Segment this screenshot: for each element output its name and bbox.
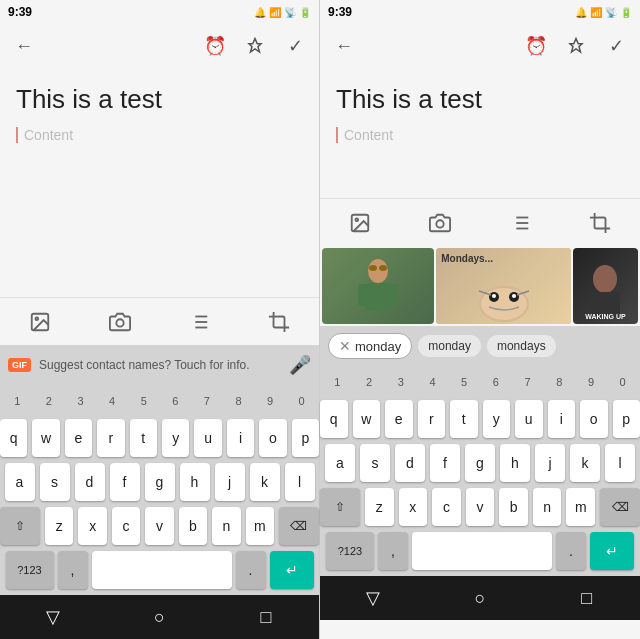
left-key-enter[interactable]: ↵ (270, 551, 314, 589)
right-key-enter[interactable]: ↵ (590, 532, 634, 570)
right-key-y[interactable]: y (483, 400, 511, 438)
left-camera-button[interactable] (102, 304, 138, 340)
left-key-r[interactable]: r (97, 419, 124, 457)
right-crop-button[interactable] (582, 205, 618, 241)
right-key-m[interactable]: m (566, 488, 595, 526)
right-key-a[interactable]: a (325, 444, 355, 482)
left-key-i[interactable]: i (227, 419, 254, 457)
right-key-num[interactable]: ?123 (326, 532, 374, 570)
right-search-x[interactable]: ✕ (339, 338, 351, 354)
left-key-s[interactable]: s (40, 463, 70, 501)
left-pin-button[interactable] (243, 34, 267, 58)
right-back-button[interactable]: ← (332, 34, 356, 58)
left-key-comma[interactable]: , (58, 551, 88, 589)
right-key-q[interactable]: q (320, 400, 348, 438)
right-gif-dark[interactable]: WAKING UP (573, 248, 638, 324)
left-key-shift[interactable]: ⇧ (0, 507, 40, 545)
left-key-e[interactable]: e (65, 419, 92, 457)
left-key-u[interactable]: u (194, 419, 221, 457)
left-key-t[interactable]: t (130, 419, 157, 457)
left-gif-badge[interactable]: GIF (8, 358, 31, 372)
left-key-delete[interactable]: ⌫ (279, 507, 319, 545)
left-key-k[interactable]: k (250, 463, 280, 501)
right-list-button[interactable] (502, 205, 538, 241)
right-gif-monday[interactable]: Mondays... (436, 248, 571, 324)
right-key-s[interactable]: s (360, 444, 390, 482)
right-key-n[interactable]: n (533, 488, 562, 526)
right-key-o[interactable]: o (580, 400, 608, 438)
left-key-o[interactable]: o (259, 419, 286, 457)
right-key-j[interactable]: j (535, 444, 565, 482)
left-key-j[interactable]: j (215, 463, 245, 501)
right-nav-home[interactable]: ○ (460, 578, 500, 618)
left-back-button[interactable]: ← (12, 34, 36, 58)
left-key-y[interactable]: y (162, 419, 189, 457)
right-key-t[interactable]: t (450, 400, 478, 438)
left-key-v[interactable]: v (145, 507, 173, 545)
right-note-content[interactable]: Content (336, 127, 624, 143)
left-image-button[interactable] (22, 304, 58, 340)
right-key-z[interactable]: z (365, 488, 394, 526)
right-key-c[interactable]: c (432, 488, 461, 526)
right-key-x[interactable]: x (399, 488, 428, 526)
right-key-e[interactable]: e (385, 400, 413, 438)
right-gif-man[interactable] (322, 248, 434, 324)
right-alarm-button[interactable]: ⏰ (524, 34, 548, 58)
right-suggestion-monday[interactable]: monday (418, 335, 481, 357)
right-key-h[interactable]: h (500, 444, 530, 482)
right-key-d[interactable]: d (395, 444, 425, 482)
right-nav-back[interactable]: ▽ (353, 578, 393, 618)
left-crop-button[interactable] (261, 304, 297, 340)
left-alarm-button[interactable]: ⏰ (203, 34, 227, 58)
left-check-button[interactable]: ✓ (283, 34, 307, 58)
left-key-space[interactable] (92, 551, 232, 589)
right-key-i[interactable]: i (548, 400, 576, 438)
right-key-b[interactable]: b (499, 488, 528, 526)
left-key-w[interactable]: w (32, 419, 59, 457)
left-key-z[interactable]: z (45, 507, 73, 545)
left-key-period[interactable]: . (236, 551, 266, 589)
left-key-g[interactable]: g (145, 463, 175, 501)
right-key-space[interactable] (412, 532, 552, 570)
left-nav-back[interactable]: ▽ (33, 597, 73, 637)
left-mic-icon[interactable]: 🎤 (289, 354, 311, 376)
left-key-num[interactable]: ?123 (6, 551, 54, 589)
left-nav-recents[interactable]: □ (246, 597, 286, 637)
left-key-q[interactable]: q (0, 419, 27, 457)
left-key-d[interactable]: d (75, 463, 105, 501)
left-key-p[interactable]: p (292, 419, 319, 457)
right-key-u[interactable]: u (515, 400, 543, 438)
right-check-button[interactable]: ✓ (604, 34, 628, 58)
right-key-v[interactable]: v (466, 488, 495, 526)
right-key-p[interactable]: p (613, 400, 641, 438)
right-key-r[interactable]: r (418, 400, 446, 438)
left-key-h[interactable]: h (180, 463, 210, 501)
right-nav-recents[interactable]: □ (567, 578, 607, 618)
right-key-k[interactable]: k (570, 444, 600, 482)
left-key-l[interactable]: l (285, 463, 315, 501)
left-key-f[interactable]: f (110, 463, 140, 501)
left-key-b[interactable]: b (179, 507, 207, 545)
right-key-period[interactable]: . (556, 532, 586, 570)
right-search-chip[interactable]: ✕ monday (328, 333, 412, 359)
right-key-comma[interactable]: , (378, 532, 408, 570)
left-nav-home[interactable]: ○ (139, 597, 179, 637)
right-key-f[interactable]: f (430, 444, 460, 482)
left-key-c[interactable]: c (112, 507, 140, 545)
left-list-button[interactable] (181, 304, 217, 340)
right-camera-button[interactable] (422, 205, 458, 241)
right-image-button[interactable] (342, 205, 378, 241)
right-key-delete[interactable]: ⌫ (600, 488, 640, 526)
left-note-content[interactable]: Content (16, 127, 303, 143)
left-key-a[interactable]: a (5, 463, 35, 501)
right-key-w[interactable]: w (353, 400, 381, 438)
right-key-g[interactable]: g (465, 444, 495, 482)
right-key-shift[interactable]: ⇧ (320, 488, 360, 526)
right-key-l[interactable]: l (605, 444, 635, 482)
left-key-x[interactable]: x (78, 507, 106, 545)
right-suggestion-mondays[interactable]: mondays (487, 335, 556, 357)
right-pin-button[interactable] (564, 34, 588, 58)
left-key-m[interactable]: m (246, 507, 274, 545)
left-key-n[interactable]: n (212, 507, 240, 545)
right-bottom-nav: ▽ ○ □ (320, 576, 640, 620)
